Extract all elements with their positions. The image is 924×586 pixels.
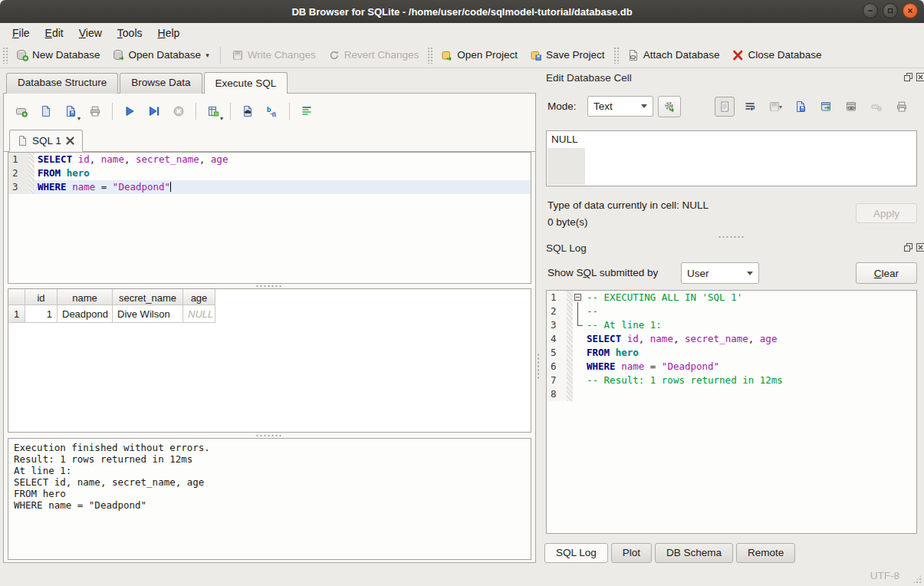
float-dock-icon[interactable] <box>903 242 913 252</box>
results-table[interactable]: idnamesecret_nameage11DeadpondDive Wilso… <box>8 288 531 433</box>
dock-tab-plot[interactable]: Plot <box>611 543 652 563</box>
export-data-button[interactable] <box>791 97 811 117</box>
close-database-button[interactable]: Close Database <box>725 46 827 64</box>
open-in-window-button[interactable] <box>816 97 836 117</box>
toolbar-handle[interactable] <box>2 47 8 64</box>
apply-button[interactable]: Apply <box>856 203 917 223</box>
table-row: 11DeadpondDive WilsonNULL <box>8 305 531 323</box>
resize-grip[interactable] <box>912 574 922 584</box>
code-text: SELECT id, name, secret_name, age <box>584 332 916 346</box>
toolbar-separator <box>112 103 113 120</box>
column-header-age[interactable]: age <box>183 289 215 305</box>
find-button[interactable] <box>237 100 258 122</box>
sql-log-view[interactable]: 1-- EXECUTING ALL IN 'SQL 1'2--3-- At li… <box>546 290 917 534</box>
close-dock-icon[interactable] <box>916 242 924 252</box>
mode-select[interactable]: Text <box>587 96 653 117</box>
chevron-down-icon <box>641 104 647 108</box>
set-null-icon <box>870 100 883 113</box>
splitter-editor-results[interactable] <box>255 285 281 288</box>
find-replace-button[interactable]: ba <box>261 100 283 122</box>
dropdown-caret-icon[interactable]: ▾ <box>206 51 209 59</box>
menu-tools[interactable]: Tools <box>110 25 150 41</box>
table-cell[interactable]: 1 <box>25 305 58 323</box>
table-cell[interactable]: NULL <box>183 305 215 323</box>
encoding-indicator[interactable]: UTF-8 <box>870 570 899 581</box>
dock-tab-remote[interactable]: Remote <box>736 543 795 563</box>
print-cell-button[interactable] <box>892 97 912 117</box>
fold-margin <box>567 291 573 305</box>
execute-line-button[interactable] <box>143 100 165 122</box>
toolbar-handle[interactable] <box>427 47 432 64</box>
format-sql-icon <box>301 105 313 117</box>
column-header-secret-name[interactable]: secret_name <box>113 289 183 305</box>
line-number: 8 <box>547 387 567 401</box>
toolbar-handle[interactable] <box>613 47 619 64</box>
menu-file[interactable]: File <box>5 25 38 41</box>
tab-browse-data[interactable]: Browse Data <box>120 73 202 94</box>
tab-execute-sql[interactable]: Execute SQL <box>204 72 288 94</box>
menu-edit[interactable]: Edit <box>38 25 71 41</box>
save-project-button[interactable]: Save Project <box>524 46 611 64</box>
minimize-button[interactable] <box>863 3 878 18</box>
close-tab-icon[interactable] <box>66 137 74 145</box>
stop-button <box>168 100 189 122</box>
splitter-cell-log[interactable] <box>718 235 744 239</box>
splitter-left-right[interactable] <box>537 353 540 379</box>
tab-database-structure[interactable]: Database Structure <box>6 73 118 94</box>
save-sql-file-button[interactable]: ▾ <box>60 100 81 122</box>
splitter-results-message[interactable] <box>255 434 281 437</box>
save-sql-file-icon <box>64 105 77 117</box>
fold-marker <box>573 360 584 374</box>
cell-value-editor[interactable]: NULL <box>546 130 917 186</box>
word-wrap-button[interactable] <box>740 97 760 117</box>
open-database-button[interactable]: Open Database▾ <box>107 46 215 64</box>
clear-log-button[interactable]: Clear <box>856 262 917 284</box>
new-sql-tab-button[interactable] <box>11 100 32 122</box>
attach-database-button[interactable]: Attach Database <box>621 46 726 64</box>
dropdown-caret-icon[interactable]: ▾ <box>77 115 81 122</box>
title-bar: DB Browser for SQLite - /home/user/code/… <box>0 0 924 23</box>
fold-margin <box>567 360 573 374</box>
column-header-name[interactable]: name <box>58 289 113 305</box>
column-header-id[interactable]: id <box>25 289 58 305</box>
close-dock-icon[interactable] <box>916 72 924 82</box>
log-filter-value: User <box>687 268 709 279</box>
row-header[interactable]: 1 <box>8 305 25 323</box>
dropdown-caret-icon[interactable]: ▾ <box>220 115 223 122</box>
sql-doc-tab[interactable]: SQL 1 <box>9 130 83 152</box>
sql-log-dock-buttons <box>903 242 924 252</box>
fold-margin <box>567 332 573 346</box>
menu-help[interactable]: Help <box>150 25 188 41</box>
line-number: 1 <box>8 153 28 166</box>
table-cell[interactable]: Deadpond <box>58 305 113 323</box>
log-filter-label-pre: Show S <box>547 267 584 278</box>
status-bar: UTF-8 <box>0 564 924 586</box>
export-results-button[interactable]: ▾ <box>202 100 224 122</box>
sql-editor-toolbar: ▾▾ba <box>11 100 317 122</box>
copy-link-button[interactable] <box>841 97 861 117</box>
log-filter-select[interactable]: User <box>681 262 759 284</box>
dock-tab-sql-log[interactable]: SQL Log <box>544 543 608 563</box>
table-cell[interactable]: Dive Wilson <box>113 305 183 323</box>
main-toolbar: New DatabaseOpen Database▾Write ChangesR… <box>0 42 924 68</box>
dock-tab-db-schema[interactable]: DB Schema <box>655 543 733 563</box>
fold-marker[interactable] <box>573 291 584 305</box>
format-sql-button[interactable] <box>296 100 317 122</box>
menu-view[interactable]: View <box>71 25 110 41</box>
sql-editor[interactable]: 1SELECT id, name, secret_name, age2FROM … <box>8 152 531 284</box>
execute-all-button[interactable] <box>119 100 140 122</box>
window-title: DB Browser for SQLite - /home/user/code/… <box>291 6 632 18</box>
open-project-button[interactable]: Open Project <box>435 46 524 64</box>
open-sql-file-button[interactable] <box>35 100 57 122</box>
auto-apply-button[interactable] <box>658 96 681 117</box>
new-database-button[interactable]: New Database <box>10 46 107 64</box>
float-dock-icon[interactable] <box>903 72 913 82</box>
close-button[interactable] <box>903 3 918 18</box>
fold-margin <box>567 318 573 332</box>
fold-margin <box>567 387 573 401</box>
maximize-button[interactable] <box>883 3 898 18</box>
print-button[interactable] <box>84 100 106 122</box>
window-controls <box>863 3 918 18</box>
text-mode-button[interactable] <box>715 97 735 117</box>
close-database-label: Close Database <box>748 49 821 61</box>
